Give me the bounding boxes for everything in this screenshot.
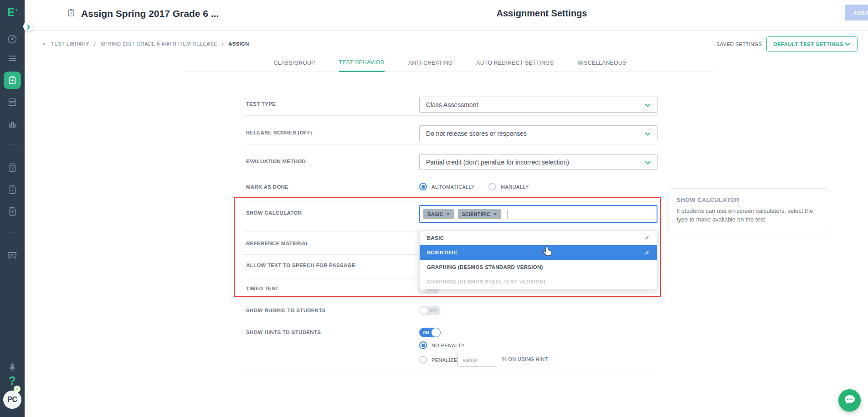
- breadcrumb-test-name[interactable]: SPRING 2017 GRADE 6 MATH ITEM RELEASE: [101, 41, 217, 46]
- calculator-tag-basic[interactable]: BASIC ✕: [423, 209, 454, 219]
- reports-bar-chart-icon[interactable]: [0, 115, 25, 133]
- penalty-value-input[interactable]: [457, 353, 496, 367]
- option-label: SCIENTIFIC: [427, 250, 457, 255]
- breadcrumb-assign: ASSIGN: [228, 41, 249, 46]
- show-hints-toggle[interactable]: ON: [419, 328, 441, 337]
- dropdown-option-graphing-state: GRAPHING (DESMOS STATE TEST VERSION): [420, 274, 657, 289]
- sidebar-divider: [6, 144, 19, 144]
- radio-unselected-icon[interactable]: [419, 356, 427, 364]
- chevron-down-icon: [845, 41, 851, 47]
- tab-test-behavior[interactable]: TEST BEHAVIOR: [339, 54, 385, 72]
- radio-selected-icon[interactable]: [419, 341, 427, 349]
- dropdown-option-basic[interactable]: BASIC ✓: [420, 231, 657, 245]
- presentation-easel-icon[interactable]: [0, 246, 25, 264]
- breadcrumb-separator: /: [94, 41, 96, 46]
- test-type-select[interactable]: Class Assessment: [419, 97, 657, 113]
- library-icon[interactable]: [0, 202, 25, 221]
- text-cursor-caret: [508, 210, 508, 219]
- show-calculator-multiselect[interactable]: BASIC ✕ SCIENTIFIC ✕: [419, 205, 657, 223]
- tab-miscellaneous[interactable]: MISCELLANEOUS: [577, 54, 626, 72]
- logo-dot-icon: [15, 9, 17, 11]
- test-type-value: Class Assessment: [426, 101, 478, 108]
- sidebar-collapse-chevron-icon[interactable]: ❯: [23, 21, 33, 31]
- row-divider: [243, 173, 657, 173]
- breadcrumb: < TEST LIBRARY / SPRING 2017 GRADE 6 MAT…: [43, 41, 249, 46]
- remove-tag-icon[interactable]: ✕: [447, 212, 450, 216]
- row-divider: [243, 300, 657, 300]
- show-hints-label: SHOW HINTS TO STUDENTS: [246, 329, 321, 335]
- help-icon[interactable]: ?: [0, 374, 25, 388]
- toggle-state-label: ON: [423, 330, 429, 335]
- calculator-dropdown: BASIC ✓ SCIENTIFIC ✓ GRAPHING (DESMOS ST…: [419, 230, 657, 289]
- tab-class-group[interactable]: CLASS/GROUP: [274, 54, 315, 72]
- calculator-tag-scientific[interactable]: SCIENTIFIC ✕: [458, 209, 501, 219]
- dropdown-option-scientific[interactable]: SCIENTIFIC ✓: [420, 245, 657, 260]
- tag-label: BASIC: [427, 211, 443, 217]
- page-title: Assign Spring 2017 Grade 6 ...: [81, 8, 219, 19]
- toggle-state-label: OFF: [429, 309, 437, 313]
- user-avatar[interactable]: PC: [3, 391, 21, 409]
- show-rubric-label: SHOW RUBRIC TO STUDENTS: [246, 308, 326, 313]
- assignment-settings-title: Assignment Settings: [497, 8, 587, 19]
- toggle-knob: [431, 328, 440, 337]
- show-rubric-toggle[interactable]: OFF: [419, 306, 441, 315]
- assignments-menu-icon[interactable]: [0, 49, 25, 67]
- assign-button[interactable]: ASSIGN: [845, 5, 868, 21]
- saved-settings-label: SAVED SETTINGS: [716, 41, 762, 47]
- help-card-body: If students can use on-screen calculator…: [677, 207, 821, 224]
- help-card-title: SHOW CALCULATOR: [677, 196, 821, 203]
- radio-unselected-icon[interactable]: [488, 183, 496, 190]
- status-check-icon: ✓: [14, 386, 21, 392]
- penalty-suffix-label: % ON USING HINT: [502, 356, 548, 362]
- chevron-down-icon: [645, 101, 651, 108]
- evaluation-method-select[interactable]: Partial credit (don't penalize for incor…: [419, 154, 657, 170]
- mouse-hand-cursor-icon: [542, 246, 553, 260]
- chevron-down-icon: [645, 130, 651, 137]
- dropdown-option-graphing-standard[interactable]: GRAPHING (DESMOS STANDARD VERSION): [420, 260, 657, 274]
- release-scores-value: Do not release scores or responses: [426, 130, 527, 137]
- option-label: GRAPHING (DESMOS STANDARD VERSION): [427, 264, 543, 270]
- sidebar-divider: [6, 232, 19, 232]
- logo-letter: E: [7, 6, 15, 19]
- saved-settings-dropdown[interactable]: DEFAULT TEST SETTINGS: [766, 36, 858, 52]
- option-label: GRAPHING (DESMOS STATE TEST VERSION): [427, 279, 545, 284]
- chat-bubble-icon: [844, 394, 856, 407]
- no-penalty-option[interactable]: NO PENALTY: [419, 341, 465, 349]
- show-calculator-label: SHOW CALCULATOR: [246, 210, 302, 216]
- mark-as-done-automatically-option[interactable]: AUTOMATICALLY: [419, 183, 475, 190]
- mark-as-done-manually-option[interactable]: MANUALLY: [488, 183, 529, 190]
- toggle-knob: [420, 306, 428, 315]
- penalize-option[interactable]: PENALIZE: [419, 356, 457, 364]
- dashboard-gauge-icon[interactable]: [0, 30, 25, 48]
- no-penalty-label: NO PENALTY: [431, 343, 465, 348]
- assignment-settings-page: E: [0, 0, 868, 417]
- settings-tabs: CLASS/GROUP TEST BEHAVIOR ANTI-CHEATING …: [185, 54, 715, 72]
- tab-auto-redirect-settings[interactable]: AUTO REDIRECT SETTINGS: [476, 54, 554, 72]
- item-bank-icon[interactable]: ?: [0, 159, 25, 177]
- radio-selected-icon[interactable]: [419, 183, 427, 190]
- penalize-label: PENALIZE: [431, 357, 457, 363]
- app-logo[interactable]: E: [0, 0, 25, 25]
- breadcrumb-test-library[interactable]: TEST LIBRARY: [51, 41, 89, 46]
- clipboard-icon: [67, 8, 76, 19]
- breadcrumb-back-icon[interactable]: <: [43, 41, 46, 46]
- row-divider: [243, 144, 657, 144]
- tag-label: SCIENTIFIC: [462, 211, 490, 217]
- row-divider: [243, 201, 657, 201]
- release-scores-label: RELEASE SCORES [OFF]: [246, 130, 313, 135]
- mark-as-done-label: MARK AS DONE: [246, 184, 288, 190]
- header: Assign Spring 2017 Grade 6 ... Assignmen…: [25, 0, 868, 31]
- svg-text:?: ?: [11, 166, 14, 170]
- sidebar: E: [0, 0, 25, 417]
- chat-support-button[interactable]: [838, 389, 861, 412]
- assign-test-clipboard-icon[interactable]: [4, 72, 21, 89]
- check-icon: ✓: [645, 234, 650, 241]
- reference-material-label: REFERENCE MATERIAL: [246, 241, 309, 246]
- row-divider: [243, 375, 657, 375]
- release-scores-select[interactable]: Do not release scores or responses: [419, 125, 657, 141]
- remove-tag-icon[interactable]: ✕: [493, 212, 497, 216]
- tab-anti-cheating[interactable]: ANTI-CHEATING: [408, 54, 453, 72]
- playlist-icon[interactable]: [0, 180, 25, 199]
- classes-icon[interactable]: [0, 93, 25, 111]
- show-calculator-help-card: SHOW CALCULATOR If students can use on-s…: [667, 188, 830, 233]
